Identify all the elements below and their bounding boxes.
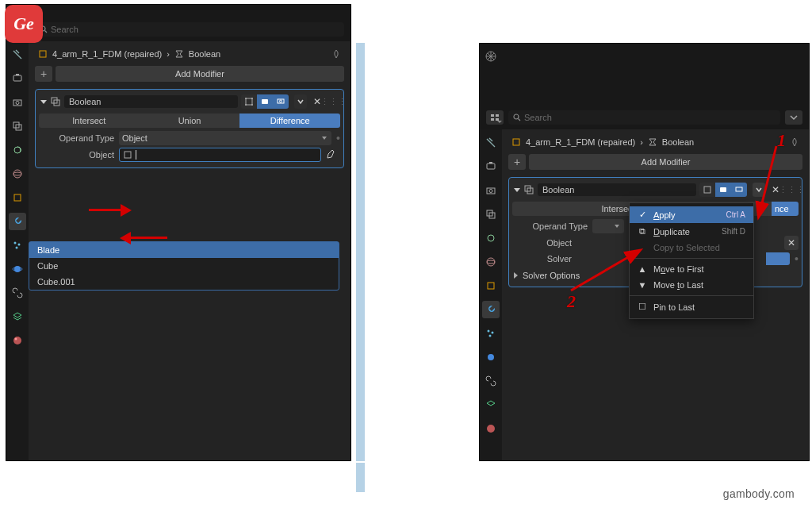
- tab-data[interactable]: [482, 396, 500, 414]
- add-modifier-quick[interactable]: +: [35, 66, 52, 82]
- tab-data[interactable]: [9, 308, 26, 325]
- svg-line-67: [759, 146, 776, 216]
- ctx-move-last[interactable]: ▼Move to Last: [630, 277, 753, 293]
- pin-icon[interactable]: [331, 49, 341, 59]
- tab-material[interactable]: [482, 420, 500, 437]
- duplicate-icon: ⧉: [638, 226, 647, 237]
- mod-drag-handle[interactable]: ⋮⋮⋮: [786, 185, 797, 195]
- object-icon: [38, 49, 48, 59]
- clear-object[interactable]: ✕: [784, 236, 799, 250]
- svg-point-33: [280, 100, 282, 102]
- tab-physics[interactable]: [9, 260, 26, 278]
- breadcrumb-object[interactable]: 4_arm_R_1_FDM (repaired): [526, 137, 635, 147]
- tab-object[interactable]: [482, 277, 500, 294]
- eyedropper-icon[interactable]: [326, 150, 340, 160]
- overlays-icon[interactable]: [485, 50, 497, 63]
- object-label: Object: [512, 238, 572, 248]
- operand-type-dropdown[interactable]: [592, 219, 624, 233]
- pin-icon[interactable]: [790, 137, 799, 147]
- mod-toggle-render[interactable]: [273, 94, 289, 109]
- mod-drag-handle[interactable]: ⋮⋮⋮: [327, 97, 339, 107]
- tab-viewlayer[interactable]: [482, 206, 500, 223]
- search-input[interactable]: Search: [508, 110, 780, 125]
- svg-line-68: [571, 251, 639, 291]
- options-dropdown[interactable]: [785, 110, 802, 125]
- tab-object[interactable]: [9, 189, 26, 206]
- tab-tool[interactable]: [482, 134, 500, 152]
- svg-point-57: [492, 332, 494, 334]
- tab-world[interactable]: [482, 253, 500, 271]
- svg-point-58: [489, 335, 492, 337]
- ctx-duplicate[interactable]: ⧉Duplicate Shift D: [630, 223, 753, 240]
- tab-constraints[interactable]: [482, 372, 500, 390]
- svg-point-52: [488, 235, 494, 241]
- svg-rect-66: [736, 187, 742, 191]
- ctx-apply[interactable]: ✓Apply Ctrl A: [630, 206, 753, 223]
- svg-rect-41: [496, 114, 499, 117]
- tab-render[interactable]: [9, 70, 26, 87]
- solver-value[interactable]: [766, 252, 790, 265]
- tab-world[interactable]: [9, 165, 26, 183]
- tab-material[interactable]: [9, 332, 26, 349]
- collapse-toggle[interactable]: [514, 188, 520, 192]
- boolean-operation-segmented[interactable]: Intersect Union Difference: [39, 114, 340, 128]
- tab-scene[interactable]: [9, 141, 26, 159]
- watermark: gambody.com: [723, 487, 795, 500]
- mod-toggle-editmode[interactable]: [241, 94, 257, 109]
- svg-rect-61: [513, 139, 519, 145]
- svg-rect-40: [491, 114, 494, 117]
- operand-type-dropdown[interactable]: Object: [119, 131, 331, 145]
- boolean-icon: [50, 96, 61, 107]
- tab-output[interactable]: [482, 182, 500, 199]
- tab-render[interactable]: [482, 158, 500, 175]
- object-field[interactable]: [119, 148, 321, 162]
- mod-toggle-realtime[interactable]: [257, 94, 273, 109]
- tab-output[interactable]: [9, 94, 26, 111]
- op-difference[interactable]: Difference: [239, 114, 340, 128]
- mod-extras-dropdown[interactable]: [294, 94, 307, 109]
- modifier-name-input[interactable]: Boolean: [538, 183, 696, 196]
- svg-rect-6: [13, 75, 21, 81]
- mod-toggle-realtime[interactable]: [715, 183, 731, 197]
- ctx-move-first[interactable]: ▲Move to First: [630, 261, 753, 277]
- modifier-name-input[interactable]: Boolean: [64, 95, 238, 108]
- mod-toggle-render[interactable]: [731, 183, 747, 197]
- collapse-toggle[interactable]: [40, 100, 47, 104]
- tab-scene[interactable]: [482, 229, 500, 247]
- tab-modifiers[interactable]: [9, 213, 26, 230]
- add-modifier-button[interactable]: Add Modifier: [56, 66, 344, 82]
- svg-rect-23: [40, 51, 46, 57]
- svg-point-29: [245, 104, 247, 106]
- breadcrumb: 4_arm_R_1_FDM (repaired) › Boolean: [35, 46, 344, 62]
- object-option-cube001[interactable]: Cube.001: [29, 274, 339, 290]
- breadcrumb-modifier[interactable]: Boolean: [189, 49, 220, 59]
- add-modifier-quick[interactable]: +: [508, 154, 526, 170]
- animate-prop-icon[interactable]: •: [336, 132, 340, 144]
- properties-header: Search: [480, 44, 809, 129]
- tab-constraints[interactable]: [9, 284, 26, 302]
- modifier-icon: [648, 137, 657, 147]
- object-option-cube[interactable]: Cube: [29, 258, 339, 274]
- editor-type-dropdown[interactable]: [486, 110, 504, 125]
- tab-particles[interactable]: [482, 325, 500, 342]
- search-input[interactable]: Search: [35, 22, 344, 37]
- op-intersect[interactable]: Intersect: [39, 114, 140, 128]
- breadcrumb-object[interactable]: 4_arm_R_1_FDM (repaired): [52, 49, 162, 59]
- tab-viewlayer[interactable]: [9, 117, 26, 135]
- svg-point-19: [14, 266, 21, 272]
- svg-rect-55: [488, 283, 494, 289]
- breadcrumb-modifier[interactable]: Boolean: [662, 137, 694, 147]
- tab-modifiers[interactable]: [482, 301, 500, 318]
- op-union[interactable]: Union: [140, 114, 240, 128]
- object-option-blade[interactable]: Blade: [29, 242, 339, 258]
- tab-particles[interactable]: [9, 237, 26, 254]
- svg-point-49: [489, 190, 492, 193]
- svg-rect-47: [489, 162, 492, 164]
- tab-physics[interactable]: [482, 348, 500, 366]
- chevron-right-icon: [514, 272, 518, 279]
- tab-tool[interactable]: [9, 46, 26, 64]
- svg-point-22: [15, 338, 17, 341]
- mod-toggle-editmode[interactable]: [699, 183, 715, 197]
- ctx-pin-last[interactable]: ☐Pin to Last: [630, 298, 753, 315]
- annotation-arrow: [566, 248, 645, 295]
